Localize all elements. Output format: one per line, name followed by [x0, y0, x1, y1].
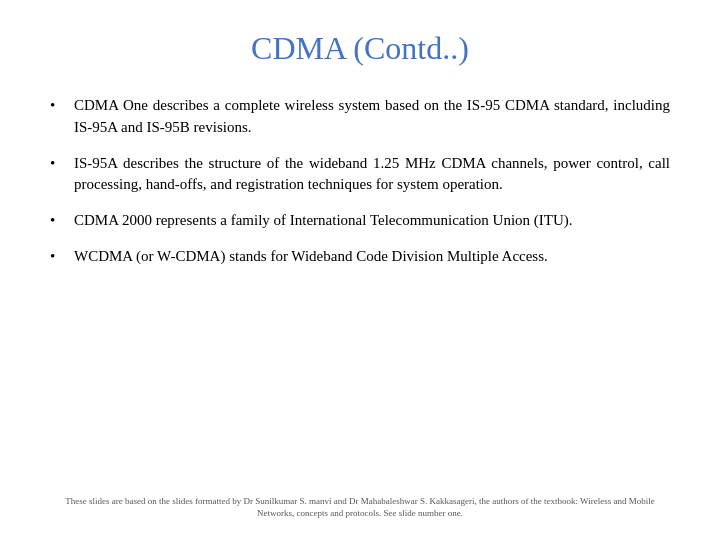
- slide-title: CDMA (Contd..): [50, 30, 670, 67]
- bullet-text: CDMA One describes a complete wireless s…: [74, 95, 670, 139]
- bullet-dot: •: [50, 95, 68, 117]
- content-area: • CDMA One describes a complete wireless…: [50, 95, 670, 487]
- bullet-text: WCDMA (or W-CDMA) stands for Wideband Co…: [74, 246, 670, 268]
- bullet-list: • CDMA One describes a complete wireless…: [50, 95, 670, 487]
- list-item: • CDMA One describes a complete wireless…: [50, 95, 670, 139]
- bullet-dot: •: [50, 210, 68, 232]
- footer-text: These slides are based on the slides for…: [50, 487, 670, 520]
- list-item: • CDMA 2000 represents a family of Inter…: [50, 210, 670, 232]
- bullet-text: CDMA 2000 represents a family of Interna…: [74, 210, 670, 232]
- bullet-dot: •: [50, 246, 68, 268]
- bullet-dot: •: [50, 153, 68, 175]
- slide: CDMA (Contd..) • CDMA One describes a co…: [0, 0, 720, 540]
- list-item: • WCDMA (or W-CDMA) stands for Wideband …: [50, 246, 670, 268]
- bullet-text: IS-95A describes the structure of the wi…: [74, 153, 670, 197]
- list-item: • IS-95A describes the structure of the …: [50, 153, 670, 197]
